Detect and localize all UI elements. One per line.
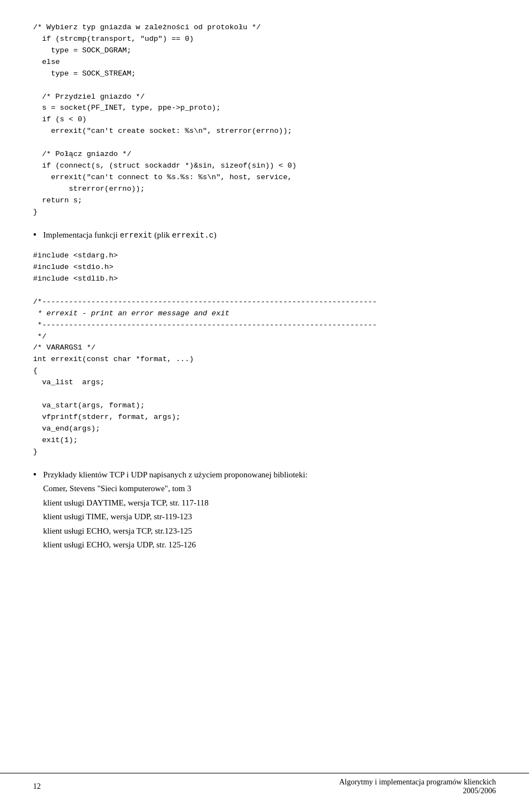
examples-text: Przykłady klientów TCP i UDP napisanych …	[43, 468, 496, 552]
impl-text: Implementacja funkcji errexit (plik erre…	[43, 228, 496, 241]
impl-content: Implementacja funkcji errexit (plik erre…	[43, 228, 496, 244]
footer-title-line1: Algorytmy i implementacja programów klie…	[339, 778, 496, 786]
code-block-1: /* Wybierz typ gniazda w zależności od p…	[33, 22, 496, 218]
impl-text-end: )	[214, 230, 217, 239]
impl-section: • Implementacja funkcji errexit (plik er…	[33, 228, 496, 244]
examples-content: Przykłady klientów TCP i UDP napisanych …	[43, 468, 496, 552]
page-content: /* Wybierz typ gniazda w zależności od p…	[0, 0, 529, 603]
examples-section: • Przykłady klientów TCP i UDP napisanyc…	[33, 468, 496, 552]
page-number: 12	[33, 782, 41, 791]
impl-text-before: Implementacja funkcji	[43, 230, 120, 239]
impl-code-2: errexit.c	[172, 231, 214, 240]
bullet-icon-2: •	[33, 469, 36, 481]
footer-title: Algorytmy i implementacja programów klie…	[339, 778, 496, 795]
impl-code-1: errexit	[120, 231, 152, 240]
impl-text-after: (plik	[152, 230, 172, 239]
code-block-2: #include <stdarg.h> #include <stdio.h> #…	[33, 250, 496, 458]
bullet-icon: •	[33, 229, 36, 241]
footer-title-line2: 2005/2006	[463, 787, 496, 795]
page-footer: 12 Algorytmy i implementacja programów k…	[0, 773, 529, 795]
